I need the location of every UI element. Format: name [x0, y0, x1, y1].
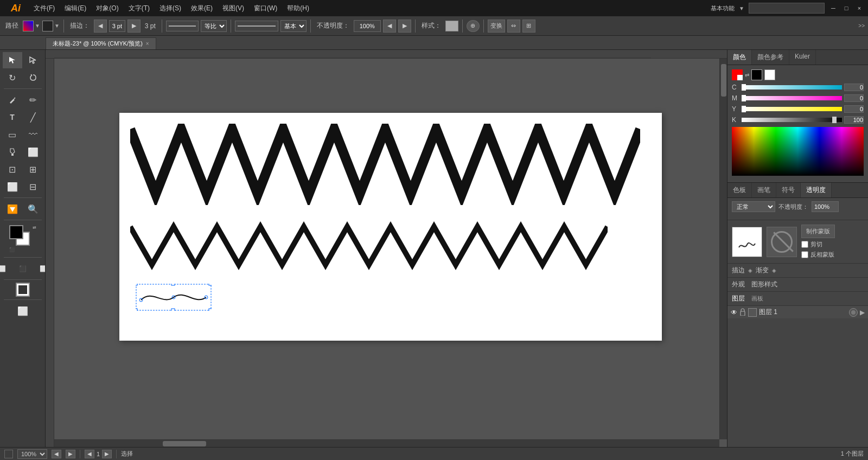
v-scroll-thumb[interactable] — [721, 64, 726, 97]
minimize-button[interactable]: ─ — [829, 4, 838, 12]
tab-kuler[interactable]: Kuler — [789, 50, 816, 65]
default-colors-icon[interactable]: ⬛ — [9, 247, 15, 252]
next-page-btn[interactable]: ▶ — [102, 450, 112, 458]
prev-page-btn[interactable]: ◀ — [85, 450, 94, 458]
menu-effect[interactable]: 效果(E) — [187, 2, 217, 15]
pencil-tool[interactable]: ✏ — [23, 92, 43, 108]
menu-file[interactable]: 文件(F) — [29, 2, 59, 15]
opacity-down-btn[interactable]: ◀ — [383, 20, 396, 33]
rotate-tool[interactable]: ↻ — [3, 69, 22, 86]
stroke-down-btn[interactable]: ◀ — [94, 20, 107, 33]
m-thumb[interactable] — [742, 95, 746, 101]
layer-target-btn[interactable] — [849, 308, 858, 317]
line-tool[interactable]: ╱ — [23, 109, 43, 125]
menu-edit[interactable]: 编辑(E) — [60, 2, 91, 15]
m-value[interactable] — [844, 94, 864, 102]
opacity-up-btn[interactable]: ▶ — [398, 20, 411, 33]
fill-swatch-panel[interactable] — [751, 69, 762, 80]
tab-symbols[interactable]: 符号 — [776, 183, 801, 197]
tab-color[interactable]: 颜色 — [727, 50, 752, 65]
blend-mode-select[interactable]: 正常 — [732, 201, 775, 212]
stroke-expand-icon[interactable]: ◈ — [748, 267, 752, 273]
menu-type[interactable]: 文字(T) — [124, 2, 154, 15]
layer-visibility-icon[interactable]: 👁 — [731, 309, 737, 316]
h-scroll-thumb[interactable] — [163, 441, 206, 446]
direct-select-tool[interactable] — [23, 52, 43, 68]
stroke-color-selector[interactable]: ▼ — [23, 21, 40, 31]
k-value[interactable] — [844, 116, 864, 124]
toolbar-expand-icon[interactable]: >> — [858, 23, 865, 29]
y-thumb[interactable] — [742, 106, 746, 112]
layer-expand-icon[interactable]: ▶ — [860, 309, 865, 316]
k-thumb[interactable] — [832, 117, 837, 123]
k-slider[interactable] — [742, 118, 842, 122]
stroke-up-btn[interactable]: ▶ — [127, 20, 141, 33]
blend-tool[interactable]: ⊡ — [3, 161, 22, 177]
trim-checkbox[interactable] — [801, 241, 808, 248]
make-mask-btn[interactable]: 制作蒙版 — [801, 225, 835, 238]
fill-color-selector[interactable]: ▼ — [42, 21, 60, 31]
opacity-input[interactable] — [354, 20, 381, 32]
tab-transparency[interactable]: 透明度 — [801, 183, 832, 197]
menu-select[interactable]: 选择(S) — [155, 2, 186, 15]
y-slider[interactable] — [742, 107, 842, 111]
c-thumb[interactable] — [742, 84, 746, 91]
screen-mode-normal[interactable] — [16, 283, 30, 297]
align-btn[interactable]: ⇔ — [507, 20, 520, 33]
m-slider[interactable] — [742, 96, 842, 100]
slice-tool[interactable]: ⊟ — [23, 178, 43, 195]
stroke-style-select[interactable]: 基本 — [280, 20, 307, 32]
canvas-content[interactable] — [54, 59, 727, 447]
workspace-dropdown-icon[interactable]: ▼ — [739, 5, 744, 11]
menu-view[interactable]: 视图(V) — [218, 2, 248, 15]
close-button[interactable]: × — [855, 4, 864, 12]
artboard-tool[interactable]: ⬜ — [3, 178, 22, 195]
bar-graph-tool[interactable]: ⊞ — [23, 161, 43, 177]
stroke-proportion-select[interactable]: 等比 — [201, 20, 227, 32]
zoom-tool[interactable]: 🔍 — [23, 201, 43, 217]
vertical-scrollbar[interactable] — [719, 59, 727, 439]
smooth-tool[interactable]: 〰 — [23, 126, 43, 143]
type-tool[interactable]: T — [3, 109, 22, 125]
zoom-down-btn[interactable]: ◀ — [52, 450, 61, 458]
menu-window[interactable]: 窗口(W) — [250, 2, 282, 15]
draw-normal[interactable]: ⬜ — [9, 303, 36, 319]
gradient-tool[interactable]: ⬜ — [23, 144, 43, 160]
stroke-swatch-panel[interactable] — [764, 69, 775, 80]
rect-tool[interactable]: ▭ — [3, 126, 22, 143]
color-spectrum[interactable] — [732, 127, 864, 176]
gradient-mode[interactable]: ⬛ — [13, 260, 33, 277]
select-tool[interactable] — [3, 52, 22, 68]
swap-icon[interactable]: ⇄ — [745, 72, 749, 78]
invert-checkbox[interactable] — [801, 251, 808, 258]
stroke-value-input[interactable] — [109, 20, 125, 32]
tab-swatches[interactable]: 色板 — [727, 183, 752, 197]
color-mode-icon[interactable] — [732, 69, 743, 80]
zoom-select[interactable]: 100% — [17, 449, 47, 459]
opacity-panel-input[interactable] — [812, 201, 839, 212]
stroke-color-dropdown[interactable]: ▼ — [35, 23, 40, 29]
pattern-mode[interactable]: ⬜ — [34, 260, 46, 277]
maximize-button[interactable]: □ — [842, 4, 851, 12]
tab-brushes[interactable]: 画笔 — [752, 183, 776, 197]
background-color[interactable] — [9, 225, 23, 239]
fill-color-dropdown[interactable]: ▼ — [54, 23, 60, 29]
y-value[interactable] — [844, 105, 864, 113]
transform-more-btn[interactable]: 变换 — [488, 20, 505, 33]
globe-btn[interactable]: ⊕ — [467, 20, 480, 32]
pathfinder-btn[interactable]: ⊞ — [522, 20, 535, 33]
stroke-color-swatch[interactable] — [23, 21, 34, 31]
tab-close-btn[interactable]: × — [146, 41, 149, 47]
lasso-tool[interactable] — [23, 69, 43, 86]
tab-color-reference[interactable]: 颜色参考 — [752, 50, 789, 65]
normal-mode[interactable]: ⬜ — [0, 260, 12, 277]
eyedropper-tool[interactable]: 🔽 — [3, 201, 22, 217]
c-slider[interactable] — [742, 85, 842, 90]
search-input[interactable] — [749, 3, 825, 14]
pen-tool[interactable] — [3, 92, 22, 108]
zoom-up-btn[interactable]: ▶ — [66, 450, 75, 458]
swap-colors-icon[interactable]: ⇄ — [33, 225, 36, 230]
menu-help[interactable]: 帮助(H) — [283, 2, 314, 15]
style-swatch[interactable] — [445, 21, 458, 31]
gradient-expand-icon[interactable]: ◈ — [772, 267, 776, 273]
